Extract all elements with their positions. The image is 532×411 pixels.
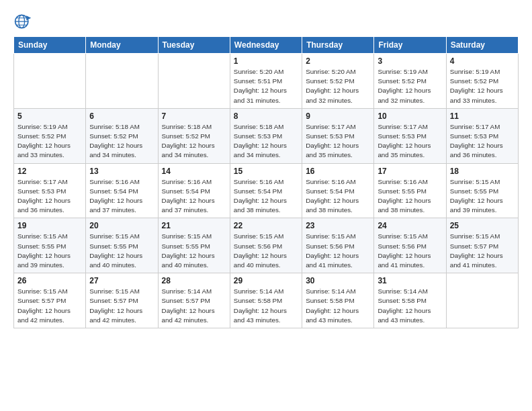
calendar-cell	[158, 54, 230, 109]
calendar-cell: 28Sunrise: 5:14 AM Sunset: 5:57 PM Dayli…	[158, 273, 230, 328]
day-info: Sunrise: 5:18 AM Sunset: 5:53 PM Dayligh…	[234, 122, 298, 161]
day-number: 26	[17, 276, 82, 285]
calendar-cell: 16Sunrise: 5:16 AM Sunset: 5:54 PM Dayli…	[302, 163, 374, 218]
day-info: Sunrise: 5:16 AM Sunset: 5:54 PM Dayligh…	[162, 177, 226, 216]
calendar-cell	[14, 54, 86, 109]
day-number: 11	[450, 111, 515, 121]
day-info: Sunrise: 5:14 AM Sunset: 5:58 PM Dayligh…	[378, 287, 442, 325]
logo	[13, 12, 35, 31]
day-number: 3	[378, 56, 442, 66]
weekday-friday: Friday	[374, 37, 446, 54]
day-number: 22	[234, 221, 298, 230]
calendar-cell: 25Sunrise: 5:15 AM Sunset: 5:57 PM Dayli…	[446, 218, 518, 273]
weekday-header-row: SundayMondayTuesdayWednesdayThursdayFrid…	[14, 37, 519, 54]
logo-icon	[13, 12, 32, 31]
calendar-cell: 6Sunrise: 5:18 AM Sunset: 5:52 PM Daylig…	[86, 108, 158, 163]
day-info: Sunrise: 5:15 AM Sunset: 5:55 PM Dayligh…	[162, 232, 226, 270]
calendar-cell: 29Sunrise: 5:14 AM Sunset: 5:58 PM Dayli…	[230, 273, 302, 328]
day-info: Sunrise: 5:14 AM Sunset: 5:58 PM Dayligh…	[234, 287, 298, 325]
day-info: Sunrise: 5:15 AM Sunset: 5:57 PM Dayligh…	[450, 232, 515, 270]
day-info: Sunrise: 5:15 AM Sunset: 5:55 PM Dayligh…	[89, 232, 154, 270]
week-row-5: 26Sunrise: 5:15 AM Sunset: 5:57 PM Dayli…	[14, 273, 519, 328]
day-info: Sunrise: 5:14 AM Sunset: 5:58 PM Dayligh…	[306, 287, 370, 325]
calendar-cell	[446, 273, 518, 328]
day-info: Sunrise: 5:19 AM Sunset: 5:52 PM Dayligh…	[17, 122, 82, 161]
calendar-cell: 4Sunrise: 5:19 AM Sunset: 5:52 PM Daylig…	[446, 54, 518, 109]
day-number: 12	[17, 167, 82, 176]
calendar-cell: 8Sunrise: 5:18 AM Sunset: 5:53 PM Daylig…	[230, 108, 302, 163]
day-number: 16	[306, 167, 370, 176]
day-number: 21	[162, 221, 226, 230]
calendar-cell: 13Sunrise: 5:16 AM Sunset: 5:54 PM Dayli…	[86, 163, 158, 218]
day-number: 7	[162, 111, 226, 121]
day-number: 2	[306, 56, 370, 66]
day-info: Sunrise: 5:15 AM Sunset: 5:56 PM Dayligh…	[378, 232, 442, 270]
day-number: 19	[17, 221, 82, 230]
calendar-cell: 30Sunrise: 5:14 AM Sunset: 5:58 PM Dayli…	[302, 273, 374, 328]
calendar-cell: 24Sunrise: 5:15 AM Sunset: 5:56 PM Dayli…	[374, 218, 446, 273]
day-number: 9	[306, 111, 370, 121]
day-number: 31	[378, 276, 442, 285]
calendar-cell: 20Sunrise: 5:15 AM Sunset: 5:55 PM Dayli…	[86, 218, 158, 273]
day-info: Sunrise: 5:17 AM Sunset: 5:53 PM Dayligh…	[450, 122, 515, 161]
day-number: 28	[162, 276, 226, 285]
day-number: 10	[378, 111, 442, 121]
day-number: 15	[234, 167, 298, 176]
day-info: Sunrise: 5:15 AM Sunset: 5:56 PM Dayligh…	[306, 232, 370, 270]
calendar-cell: 17Sunrise: 5:16 AM Sunset: 5:55 PM Dayli…	[374, 163, 446, 218]
day-number: 4	[450, 56, 515, 66]
weekday-thursday: Thursday	[302, 37, 374, 54]
header	[13, 12, 519, 31]
weekday-wednesday: Wednesday	[230, 37, 302, 54]
page: SundayMondayTuesdayWednesdayThursdayFrid…	[0, 0, 532, 336]
day-info: Sunrise: 5:17 AM Sunset: 5:53 PM Dayligh…	[17, 177, 82, 216]
day-info: Sunrise: 5:16 AM Sunset: 5:54 PM Dayligh…	[89, 177, 154, 216]
calendar-cell: 2Sunrise: 5:20 AM Sunset: 5:52 PM Daylig…	[302, 54, 374, 109]
weekday-sunday: Sunday	[14, 37, 86, 54]
day-number: 8	[234, 111, 298, 121]
calendar-cell: 14Sunrise: 5:16 AM Sunset: 5:54 PM Dayli…	[158, 163, 230, 218]
day-number: 24	[378, 221, 442, 230]
calendar-cell: 11Sunrise: 5:17 AM Sunset: 5:53 PM Dayli…	[446, 108, 518, 163]
calendar-cell: 10Sunrise: 5:17 AM Sunset: 5:53 PM Dayli…	[374, 108, 446, 163]
day-info: Sunrise: 5:20 AM Sunset: 5:52 PM Dayligh…	[306, 67, 370, 105]
day-info: Sunrise: 5:16 AM Sunset: 5:54 PM Dayligh…	[234, 177, 298, 216]
weekday-tuesday: Tuesday	[158, 37, 230, 54]
day-number: 14	[162, 167, 226, 176]
calendar-cell: 12Sunrise: 5:17 AM Sunset: 5:53 PM Dayli…	[14, 163, 86, 218]
day-info: Sunrise: 5:15 AM Sunset: 5:57 PM Dayligh…	[17, 287, 82, 325]
calendar-table: SundayMondayTuesdayWednesdayThursdayFrid…	[13, 36, 519, 328]
day-info: Sunrise: 5:15 AM Sunset: 5:55 PM Dayligh…	[17, 232, 82, 270]
calendar-cell: 23Sunrise: 5:15 AM Sunset: 5:56 PM Dayli…	[302, 218, 374, 273]
day-number: 29	[234, 276, 298, 285]
calendar-cell: 1Sunrise: 5:20 AM Sunset: 5:51 PM Daylig…	[230, 54, 302, 109]
calendar-cell: 7Sunrise: 5:18 AM Sunset: 5:52 PM Daylig…	[158, 108, 230, 163]
day-info: Sunrise: 5:15 AM Sunset: 5:56 PM Dayligh…	[234, 232, 298, 270]
day-info: Sunrise: 5:16 AM Sunset: 5:55 PM Dayligh…	[378, 177, 442, 216]
calendar-cell: 18Sunrise: 5:15 AM Sunset: 5:55 PM Dayli…	[446, 163, 518, 218]
calendar-cell: 27Sunrise: 5:15 AM Sunset: 5:57 PM Dayli…	[86, 273, 158, 328]
week-row-4: 19Sunrise: 5:15 AM Sunset: 5:55 PM Dayli…	[14, 218, 519, 273]
day-info: Sunrise: 5:18 AM Sunset: 5:52 PM Dayligh…	[89, 122, 154, 161]
day-number: 18	[450, 167, 515, 176]
day-number: 25	[450, 221, 515, 230]
week-row-1: 1Sunrise: 5:20 AM Sunset: 5:51 PM Daylig…	[14, 54, 519, 109]
day-number: 30	[306, 276, 370, 285]
day-info: Sunrise: 5:19 AM Sunset: 5:52 PM Dayligh…	[450, 67, 515, 105]
week-row-2: 5Sunrise: 5:19 AM Sunset: 5:52 PM Daylig…	[14, 108, 519, 163]
day-info: Sunrise: 5:19 AM Sunset: 5:52 PM Dayligh…	[378, 67, 442, 105]
day-info: Sunrise: 5:17 AM Sunset: 5:53 PM Dayligh…	[306, 122, 370, 161]
calendar-cell: 3Sunrise: 5:19 AM Sunset: 5:52 PM Daylig…	[374, 54, 446, 109]
calendar-cell: 31Sunrise: 5:14 AM Sunset: 5:58 PM Dayli…	[374, 273, 446, 328]
calendar-cell: 9Sunrise: 5:17 AM Sunset: 5:53 PM Daylig…	[302, 108, 374, 163]
calendar-body: 1Sunrise: 5:20 AM Sunset: 5:51 PM Daylig…	[14, 54, 519, 328]
day-info: Sunrise: 5:15 AM Sunset: 5:57 PM Dayligh…	[89, 287, 154, 325]
day-number: 20	[89, 221, 154, 230]
calendar-cell: 26Sunrise: 5:15 AM Sunset: 5:57 PM Dayli…	[14, 273, 86, 328]
weekday-monday: Monday	[86, 37, 158, 54]
day-info: Sunrise: 5:17 AM Sunset: 5:53 PM Dayligh…	[378, 122, 442, 161]
calendar-cell: 22Sunrise: 5:15 AM Sunset: 5:56 PM Dayli…	[230, 218, 302, 273]
calendar-cell	[86, 54, 158, 109]
day-number: 27	[89, 276, 154, 285]
calendar-header: SundayMondayTuesdayWednesdayThursdayFrid…	[14, 37, 519, 54]
